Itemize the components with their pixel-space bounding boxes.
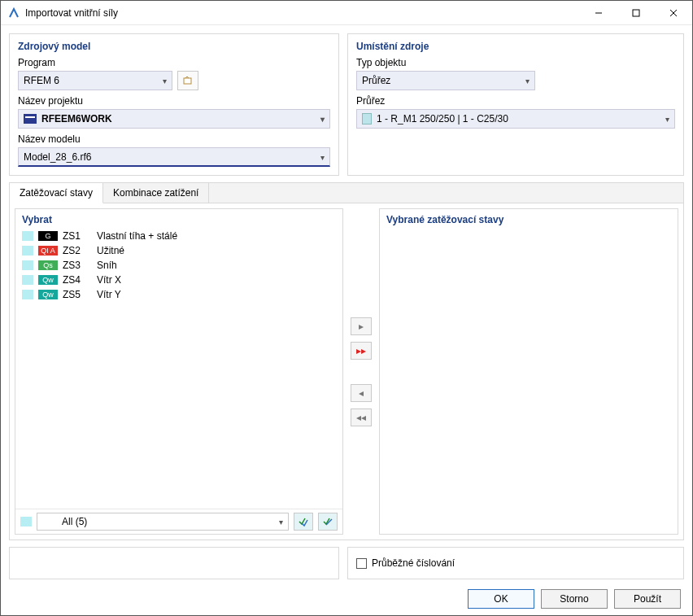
cross-section-select[interactable]: 1 - R_M1 250/250 | 1 - C25/30 ▾ <box>356 109 675 129</box>
tab-combinations[interactable]: Kombinace zatížení <box>103 183 209 203</box>
dialog-content: Zdrojový model Program RFEM 6 ▾ Název pr… <box>1 25 692 615</box>
window-title: Importovat vnitřní síly <box>25 7 580 19</box>
svg-rect-1 <box>633 10 639 16</box>
program-label: Program <box>18 57 330 68</box>
loadcase-tabs: Zatěžovací stavy Kombinace zatížení Vybr… <box>9 182 684 540</box>
available-list-panel: Vybrat GZS1Vlastní tíha + stáléQI AZS2Už… <box>15 208 343 535</box>
available-list-title: Vybrat <box>15 209 342 229</box>
model-value: Model_28_6.rf6 <box>24 151 91 163</box>
open-file-button[interactable] <box>177 71 198 90</box>
move-right-button[interactable]: ▸ <box>351 317 372 335</box>
color-swatch <box>22 260 33 270</box>
loadcase-description: Sníh <box>97 260 336 271</box>
tabstrip: Zatěžovací stavy Kombinace zatížení <box>10 183 683 203</box>
model-label: Název modelu <box>18 133 330 145</box>
project-icon <box>24 114 37 124</box>
selected-list-title: Vybrané zatěžovací stavy <box>380 209 678 229</box>
maximize-button[interactable] <box>617 1 655 24</box>
object-type-label: Typ objektu <box>356 57 675 68</box>
color-swatch <box>22 290 33 299</box>
category-badge: G <box>38 231 58 241</box>
color-swatch <box>22 275 33 285</box>
continuous-numbering-label: Průběžné číslování <box>372 557 455 569</box>
list-item[interactable]: QsZS3Sníh <box>15 258 342 273</box>
move-left-button[interactable]: ◂ <box>351 384 372 402</box>
cancel-button[interactable]: Storno <box>541 589 608 609</box>
titlebar: Importovat vnitřní síly <box>1 1 692 25</box>
cross-section-icon <box>362 113 372 125</box>
loadcase-description: Vlastní tíha + stálé <box>97 230 336 242</box>
program-value: RFEM 6 <box>24 75 59 86</box>
chevron-down-icon: ▾ <box>320 115 325 124</box>
top-row: Zdrojový model Program RFEM 6 ▾ Název pr… <box>9 33 684 176</box>
dialog-window: Importovat vnitřní síly Zdrojový model P… <box>0 0 693 616</box>
selected-list[interactable] <box>380 229 678 534</box>
filter-value: All (5) <box>42 516 87 527</box>
category-badge: Qw <box>38 275 58 285</box>
cross-section-value: 1 - R_M1 250/250 | 1 - C25/30 <box>377 113 508 125</box>
list-item[interactable]: QwZS4Vítr X <box>15 273 342 287</box>
uncheck-all-button[interactable] <box>318 513 338 531</box>
color-swatch <box>22 231 33 241</box>
tab-loadcases[interactable]: Zatěžovací stavy <box>10 183 103 203</box>
list-item[interactable]: GZS1Vlastní tíha + stálé <box>15 229 342 243</box>
minimize-button[interactable] <box>580 1 617 24</box>
move-buttons-column: ▸ ▸▸ ◂ ◂◂ <box>343 208 379 535</box>
chevron-down-icon: ▾ <box>320 152 325 161</box>
app-icon <box>7 7 20 20</box>
loadcase-description: Užitné <box>97 245 336 256</box>
move-all-left-button[interactable]: ◂◂ <box>351 408 372 426</box>
svg-rect-4 <box>184 78 191 84</box>
project-label: Název projektu <box>18 95 330 107</box>
bottom-right-panel: Průběžné číslování <box>347 547 684 579</box>
loadcase-code: ZS4 <box>63 274 92 286</box>
filter-select[interactable]: All (5) ▾ <box>37 513 289 531</box>
continuous-numbering-checkbox[interactable] <box>356 558 367 569</box>
loadcase-code: ZS2 <box>63 245 92 256</box>
close-button[interactable] <box>655 1 692 24</box>
source-location-panel: Umístění zdroje Typ objektu Průřez ▾ Prů… <box>347 33 684 176</box>
tab-body: Vybrat GZS1Vlastní tíha + stáléQI AZS2Už… <box>10 203 683 540</box>
loadcase-code: ZS1 <box>63 230 92 242</box>
cross-section-label: Průřez <box>356 95 675 107</box>
selected-list-panel: Vybrané zatěžovací stavy <box>379 208 678 535</box>
loadcase-description: Vítr Y <box>97 289 336 300</box>
loadcase-code: ZS5 <box>63 289 92 300</box>
check-all-button[interactable] <box>294 513 313 531</box>
color-swatch <box>22 246 33 256</box>
filter-swatch <box>20 517 32 526</box>
source-model-panel: Zdrojový model Program RFEM 6 ▾ Název pr… <box>9 33 339 176</box>
dialog-button-bar: OK Storno Použít <box>9 586 684 609</box>
available-list[interactable]: GZS1Vlastní tíha + stáléQI AZS2UžitnéQsZ… <box>15 229 342 509</box>
move-all-right-button[interactable]: ▸▸ <box>351 342 372 360</box>
chevron-down-icon: ▾ <box>665 115 669 124</box>
bottom-left-panel <box>9 547 339 579</box>
program-select[interactable]: RFEM 6 ▾ <box>18 71 172 90</box>
source-model-title: Zdrojový model <box>18 41 330 52</box>
window-buttons <box>580 1 692 24</box>
loadcase-description: Vítr X <box>97 274 336 286</box>
project-value: RFEEM6WORK <box>41 113 112 125</box>
object-type-select[interactable]: Průřez ▾ <box>356 71 535 90</box>
category-badge: Qw <box>38 290 58 299</box>
project-select[interactable]: RFEEM6WORK ▾ <box>18 109 330 129</box>
source-location-title: Umístění zdroje <box>356 41 675 52</box>
ok-button[interactable]: OK <box>468 589 534 609</box>
category-badge: QI A <box>38 246 58 256</box>
chevron-down-icon: ▾ <box>279 518 283 526</box>
list-item[interactable]: QwZS5Vítr Y <box>15 287 342 302</box>
object-type-value: Průřez <box>362 75 390 86</box>
list-item[interactable]: QI AZS2Užitné <box>15 243 342 258</box>
available-list-footer: All (5) ▾ <box>15 509 342 534</box>
bottom-row: Průběžné číslování <box>9 547 684 579</box>
chevron-down-icon: ▾ <box>163 76 167 85</box>
apply-button[interactable]: Použít <box>614 589 681 609</box>
category-badge: Qs <box>38 260 58 270</box>
model-select[interactable]: Model_28_6.rf6 ▾ <box>18 147 330 167</box>
chevron-down-icon: ▾ <box>525 76 530 85</box>
loadcase-code: ZS3 <box>63 260 92 271</box>
